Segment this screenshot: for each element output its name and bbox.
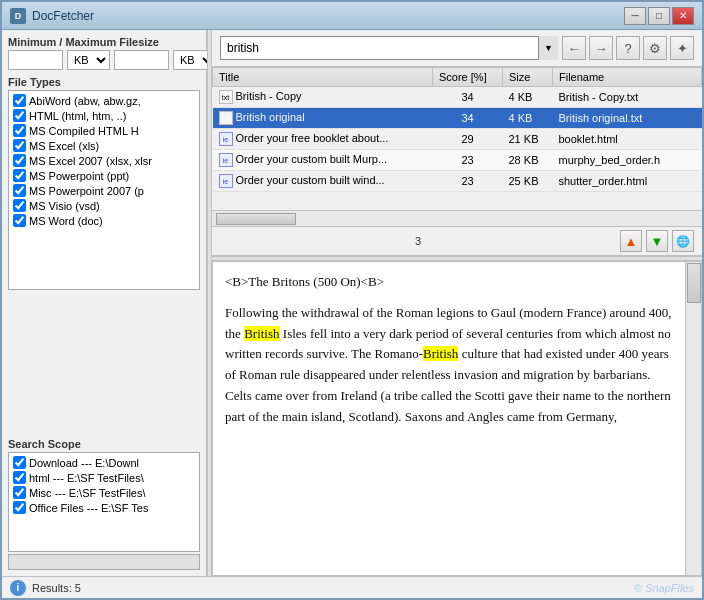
nav-forward-button[interactable]: → — [589, 36, 613, 60]
preview-area: <B>The Britons (500 On)<B> Following the… — [212, 261, 702, 576]
cell-score: 34 — [433, 108, 503, 129]
file-type-item[interactable]: AbiWord (abw, abw.gz, — [11, 93, 197, 108]
col-size[interactable]: Size — [503, 68, 553, 87]
file-txt-icon: txt — [219, 90, 233, 104]
table-row[interactable]: ieOrder your custom built Murp... 23 28 … — [213, 150, 702, 171]
right-panel: ▼ ← → ? ⚙ ✦ Title Sco — [212, 30, 702, 576]
table-scroll-area[interactable]: Title Score [%] Size Filename txtBritish… — [212, 67, 702, 210]
file-type-checkbox[interactable] — [13, 214, 26, 227]
more-button[interactable]: ✦ — [670, 36, 694, 60]
file-html-icon: ie — [219, 174, 233, 188]
preview-paragraph: Following the withdrawal of the Roman le… — [225, 303, 673, 428]
cell-filename: British original.txt — [553, 108, 702, 129]
file-type-checkbox[interactable] — [13, 184, 26, 197]
filesize-label: Minimum / Maximum Filesize — [8, 36, 200, 48]
file-type-checkbox[interactable] — [13, 124, 26, 137]
file-type-label: AbiWord (abw, abw.gz, — [29, 95, 141, 107]
nav-web-button[interactable]: 🌐 — [672, 230, 694, 252]
file-type-item[interactable]: MS Visio (vsd) — [11, 198, 197, 213]
preview-text: <B>The Britons (500 On)<B> Following the… — [213, 262, 685, 575]
highlight-british-1: British — [244, 326, 279, 341]
col-filename[interactable]: Filename — [553, 68, 702, 87]
preview-heading: <B>The Britons (500 On)<B> — [225, 272, 673, 293]
nav-row: 3 ▲ ▼ 🌐 — [212, 227, 702, 256]
preview-scrollbar[interactable] — [685, 262, 701, 575]
statusbar: i Results: 5 © SnapFiles — [2, 576, 702, 598]
file-type-checkbox[interactable] — [13, 94, 26, 107]
file-type-item[interactable]: HTML (html, htm, ..) — [11, 108, 197, 123]
file-type-item[interactable]: MS Powerpoint 2007 (p — [11, 183, 197, 198]
cell-size: 28 KB — [503, 150, 553, 171]
nav-down-button[interactable]: ▼ — [646, 230, 668, 252]
scope-checkbox[interactable] — [13, 471, 26, 484]
table-row[interactable]: txtBritish original 34 4 KB British orig… — [213, 108, 702, 129]
filesize-max-input[interactable] — [114, 50, 169, 70]
col-score[interactable]: Score [%] — [433, 68, 503, 87]
file-type-label: MS Powerpoint (ppt) — [29, 170, 129, 182]
file-type-checkbox[interactable] — [13, 109, 26, 122]
col-title[interactable]: Title — [213, 68, 433, 87]
file-type-label: MS Visio (vsd) — [29, 200, 100, 212]
table-row[interactable]: txtBritish - Copy 34 4 KB British - Copy… — [213, 87, 702, 108]
filesize-min-input[interactable] — [8, 50, 63, 70]
cell-size: 25 KB — [503, 171, 553, 192]
scope-item[interactable]: Download --- E:\Downl — [11, 455, 197, 470]
cell-title: ieOrder your custom built Murp... — [213, 150, 433, 171]
file-type-item[interactable]: MS Powerpoint (ppt) — [11, 168, 197, 183]
cell-filename: booklet.html — [553, 129, 702, 150]
cell-score: 23 — [433, 150, 503, 171]
help-button[interactable]: ? — [616, 36, 640, 60]
scope-label: Download --- E:\Downl — [29, 457, 139, 469]
cell-score: 29 — [433, 129, 503, 150]
nav-count: 3 — [220, 235, 616, 247]
titlebar: D DocFetcher ─ □ ✕ — [2, 2, 702, 30]
results-table: Title Score [%] Size Filename txtBritish… — [212, 67, 702, 192]
search-bar: ▼ ← → ? ⚙ ✦ — [212, 30, 702, 67]
table-row[interactable]: ieOrder your custom built wind... 23 25 … — [213, 171, 702, 192]
scope-scrollbar-h[interactable] — [8, 554, 200, 570]
nav-back-button[interactable]: ← — [562, 36, 586, 60]
search-dropdown-button[interactable]: ▼ — [538, 36, 558, 60]
file-type-checkbox[interactable] — [13, 199, 26, 212]
cell-filename: murphy_bed_order.h — [553, 150, 702, 171]
nav-up-button[interactable]: ▲ — [620, 230, 642, 252]
file-type-checkbox[interactable] — [13, 139, 26, 152]
file-type-item[interactable]: MS Excel 2007 (xlsx, xlsr — [11, 153, 197, 168]
settings-button[interactable]: ⚙ — [643, 36, 667, 60]
highlight-british-2: British — [423, 346, 458, 361]
maximize-button[interactable]: □ — [648, 7, 670, 25]
file-type-item[interactable]: MS Compiled HTML H — [11, 123, 197, 138]
minimize-button[interactable]: ─ — [624, 7, 646, 25]
filesize-section: Minimum / Maximum Filesize KB MB KB MB — [8, 36, 200, 70]
search-scope-list[interactable]: Download --- E:\Downlhtml --- E:\SF Test… — [8, 452, 200, 552]
status-icon: i — [10, 580, 26, 596]
scope-item[interactable]: Misc --- E:\SF TestFiles\ — [11, 485, 197, 500]
close-button[interactable]: ✕ — [672, 7, 694, 25]
file-type-checkbox[interactable] — [13, 154, 26, 167]
scope-checkbox[interactable] — [13, 456, 26, 469]
scope-item[interactable]: html --- E:\SF TestFiles\ — [11, 470, 197, 485]
file-html-icon: ie — [219, 153, 233, 167]
file-type-checkbox[interactable] — [13, 169, 26, 182]
search-input[interactable] — [220, 36, 558, 60]
file-types-label: File Types — [8, 76, 200, 88]
cell-filename: shutter_order.html — [553, 171, 702, 192]
scope-label: Office Files --- E:\SF Tes — [29, 502, 148, 514]
scope-checkbox[interactable] — [13, 501, 26, 514]
scope-checkbox[interactable] — [13, 486, 26, 499]
scope-item[interactable]: Office Files --- E:\SF Tes — [11, 500, 197, 515]
cell-title: txtBritish original — [213, 108, 433, 129]
file-type-item[interactable]: MS Excel (xls) — [11, 138, 197, 153]
cell-title: ieOrder your free booklet about... — [213, 129, 433, 150]
table-scrollbar-h[interactable] — [212, 210, 702, 226]
cell-title: ieOrder your custom built wind... — [213, 171, 433, 192]
table-row[interactable]: ieOrder your free booklet about... 29 21… — [213, 129, 702, 150]
file-type-item[interactable]: MS Word (doc) — [11, 213, 197, 228]
scope-label: html --- E:\SF TestFiles\ — [29, 472, 144, 484]
filesize-min-unit-select[interactable]: KB MB — [67, 50, 110, 70]
search-input-wrapper: ▼ — [220, 36, 558, 60]
app-window: D DocFetcher ─ □ ✕ Minimum / Maximum Fil… — [0, 0, 704, 600]
cell-size: 4 KB — [503, 87, 553, 108]
file-types-list[interactable]: AbiWord (abw, abw.gz,HTML (html, htm, ..… — [8, 90, 200, 290]
watermark: © SnapFiles — [634, 582, 694, 594]
